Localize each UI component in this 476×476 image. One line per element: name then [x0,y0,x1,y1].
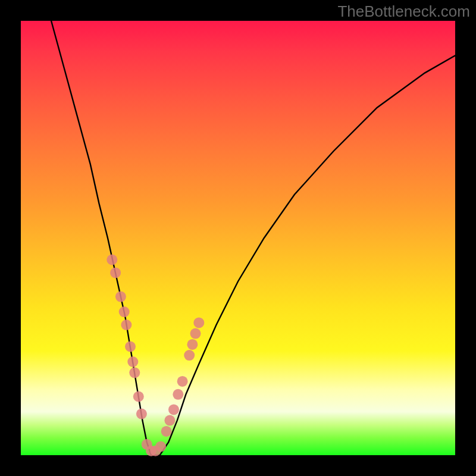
watermark-text: TheBottleneck.com [337,2,470,21]
bottleneck-curve [51,21,455,455]
data-marker [110,267,121,278]
data-marker [190,328,201,339]
data-markers [107,255,204,456]
data-marker [193,317,204,328]
data-marker [136,409,147,419]
data-marker [164,415,175,426]
data-marker [187,339,198,350]
data-marker [133,392,144,402]
data-marker [155,441,166,452]
data-marker [173,389,183,400]
data-marker [184,350,195,361]
chart-frame: TheBottleneck.com [0,0,476,476]
data-marker [121,320,131,330]
data-marker [115,292,126,302]
data-marker [161,426,172,437]
data-marker [107,255,117,265]
data-marker [177,376,188,387]
chart-svg [21,21,455,455]
plot-gradient-area [21,21,455,455]
data-marker [129,367,140,378]
data-marker [125,342,136,352]
data-marker [168,404,179,415]
data-marker [127,356,138,367]
data-marker [119,306,130,317]
